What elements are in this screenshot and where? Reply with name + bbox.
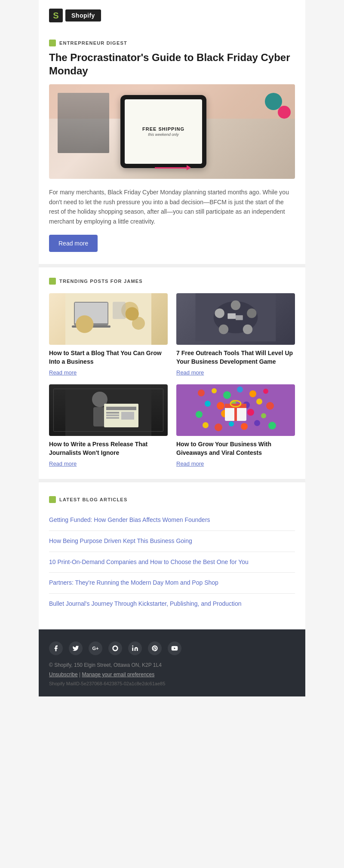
svg-rect-6 xyxy=(113,302,126,319)
post-card-2: 7 Free Outreach Tools That Will Level Up… xyxy=(176,293,295,376)
featured-image: FREE SHIPPING this weekend only xyxy=(49,84,295,179)
post-title-4: How to Grow Your Business With Giveaways… xyxy=(176,440,295,457)
latest-section: LATEST BLOG ARTICLES Getting Funded: How… xyxy=(39,486,305,626)
svg-rect-24 xyxy=(121,412,134,420)
blog-link-2[interactable]: How Being Purpose Driven Kept This Busin… xyxy=(49,537,192,544)
svg-point-31 xyxy=(263,389,268,394)
post-read-more-3[interactable]: Read more xyxy=(49,460,168,467)
post-card-3: How to Write a Press Release That Journa… xyxy=(49,384,168,467)
post-image-1 xyxy=(49,293,168,345)
trending-section: TRENDING POSTS FOR JAMES xyxy=(39,267,305,479)
svg-point-4 xyxy=(121,302,138,319)
featured-section-label: ENTREPRENEUR DIGEST xyxy=(49,40,295,46)
facebook-icon[interactable] xyxy=(49,641,63,655)
snapchat-icon[interactable] xyxy=(108,641,122,655)
post-title-3: How to Write a Press Release That Journa… xyxy=(49,440,168,457)
footer-links: Unsubscribe | Manage your email preferen… xyxy=(49,672,295,678)
svg-point-37 xyxy=(266,402,274,410)
bfcm-arrow xyxy=(155,167,189,169)
post-card-1: How to Start a Blog That You Can Grow In… xyxy=(49,293,168,376)
shopify-logo-badge: S xyxy=(49,9,63,22)
trending-section-label: TRENDING POSTS FOR JAMES xyxy=(49,278,295,285)
svg-point-27 xyxy=(212,388,217,393)
svg-point-28 xyxy=(223,391,231,399)
header: S Shopify xyxy=(39,0,305,29)
latest-label: LATEST BLOG ARTICLES xyxy=(59,497,127,502)
blog2-svg xyxy=(176,293,295,341)
blog-link-5[interactable]: Bullet Journal's Journey Through Kicksta… xyxy=(49,600,242,607)
blog-link-3[interactable]: 10 Print-On-Demand Companies and How to … xyxy=(49,558,249,565)
arrow-head xyxy=(187,165,191,170)
svg-point-12 xyxy=(219,325,228,334)
svg-point-9 xyxy=(231,301,240,310)
blog-link-1[interactable]: Getting Funded: How Gender Bias Affects … xyxy=(49,516,210,523)
post-title-2: 7 Free Outreach Tools That Will Level Up… xyxy=(176,349,295,366)
trending-label: TRENDING POSTS FOR JAMES xyxy=(59,279,143,284)
svg-rect-2 xyxy=(75,303,108,323)
tablet-text1: FREE SHIPPING xyxy=(142,126,184,132)
svg-point-36 xyxy=(256,399,262,405)
footer-social-icons: G+ xyxy=(49,641,295,655)
blog3-svg xyxy=(49,384,168,436)
section-divider-1 xyxy=(39,264,305,267)
blog-list-item-2: How Being Purpose Driven Kept This Busin… xyxy=(49,531,295,552)
featured-section: ENTREPRENEUR DIGEST The Procrastinator's… xyxy=(39,29,305,264)
tablet-text2: this weekend only xyxy=(148,132,179,137)
blog1-svg xyxy=(49,293,168,345)
twitter-icon[interactable] xyxy=(69,641,83,655)
post-read-more-4[interactable]: Read more xyxy=(176,460,295,467)
manage-prefs-link[interactable]: Manage your email preferences xyxy=(82,672,155,678)
post-title-1: How to Start a Blog That You Can Grow In… xyxy=(49,349,168,366)
googleplus-icon[interactable]: G+ xyxy=(89,641,102,655)
svg-point-47 xyxy=(241,423,248,430)
svg-point-49 xyxy=(268,422,276,429)
svg-point-48 xyxy=(254,420,260,426)
blog-list-item-1: Getting Funded: How Gender Bias Affects … xyxy=(49,510,295,531)
entrepreneur-digest-label: ENTREPRENEUR DIGEST xyxy=(59,40,127,46)
blog-list: Getting Funded: How Gender Bias Affects … xyxy=(49,510,295,614)
svg-point-30 xyxy=(249,390,256,397)
svg-point-42 xyxy=(247,409,254,416)
latest-icon xyxy=(49,496,56,503)
shopify-s-letter: S xyxy=(53,11,58,21)
linkedin-icon[interactable] xyxy=(128,641,142,655)
svg-rect-14 xyxy=(227,313,236,319)
featured-read-more-button[interactable]: Read more xyxy=(49,235,98,252)
youtube-icon[interactable] xyxy=(168,641,181,655)
svg-rect-23 xyxy=(106,417,119,419)
svg-point-46 xyxy=(229,421,234,426)
svg-point-17 xyxy=(92,392,108,407)
post-image-4 xyxy=(176,384,295,436)
svg-rect-21 xyxy=(106,412,119,414)
pinterest-icon[interactable] xyxy=(148,641,162,655)
svg-point-32 xyxy=(205,401,211,407)
trending-icon xyxy=(49,278,56,285)
section-icon xyxy=(49,40,56,46)
svg-rect-3 xyxy=(72,325,111,328)
post-read-more-1[interactable]: Read more xyxy=(49,369,168,376)
footer: G+ © Shopify, 150 Elgin Street, Ottawa O… xyxy=(39,629,305,696)
svg-point-38 xyxy=(196,411,203,418)
blog4-svg xyxy=(176,384,295,436)
svg-point-39 xyxy=(209,414,215,419)
post-read-more-2[interactable]: Read more xyxy=(176,369,295,376)
svg-point-33 xyxy=(217,402,224,410)
svg-point-43 xyxy=(261,413,266,418)
svg-point-45 xyxy=(215,423,222,431)
posts-grid: How to Start a Blog That You Can Grow In… xyxy=(49,293,295,467)
svg-point-26 xyxy=(198,390,205,396)
svg-rect-19 xyxy=(104,404,138,427)
blog-link-4[interactable]: Partners: They're Running the Modern Day… xyxy=(49,579,218,586)
svg-rect-0 xyxy=(65,293,151,345)
svg-rect-15 xyxy=(236,315,243,320)
svg-point-29 xyxy=(237,386,243,393)
svg-rect-16 xyxy=(65,384,151,436)
post-card-4: How to Grow Your Business With Giveaways… xyxy=(176,384,295,467)
svg-point-13 xyxy=(215,308,224,318)
svg-point-44 xyxy=(203,422,209,428)
svg-rect-18 xyxy=(93,407,106,426)
svg-rect-1 xyxy=(74,302,108,325)
unsubscribe-link[interactable]: Unsubscribe xyxy=(49,672,78,678)
svg-point-11 xyxy=(243,325,252,334)
svg-point-54 xyxy=(132,646,133,647)
